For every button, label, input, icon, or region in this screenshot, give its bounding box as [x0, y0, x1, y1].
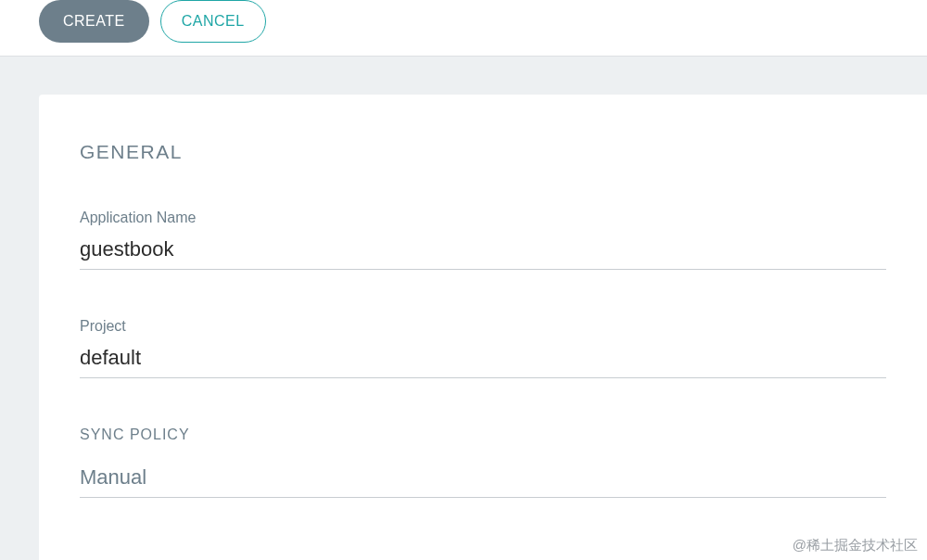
watermark-text: @稀土掘金技术社区	[793, 537, 918, 554]
header-bar: CREATE CANCEL	[0, 0, 927, 57]
application-name-label: Application Name	[80, 210, 886, 226]
application-name-group: Application Name	[80, 210, 886, 270]
sync-policy-value: Manual	[80, 465, 886, 498]
project-label: Project	[80, 318, 886, 335]
cancel-button[interactable]: CANCEL	[160, 0, 266, 43]
application-name-input[interactable]	[80, 234, 886, 270]
form-panel: GENERAL Application Name Project SYNC PO…	[39, 95, 927, 560]
project-input[interactable]	[80, 342, 886, 378]
header-buttons: CREATE CANCEL	[39, 0, 927, 43]
project-group: Project	[80, 318, 886, 378]
create-button[interactable]: CREATE	[39, 0, 149, 43]
sync-policy-select[interactable]: Manual	[80, 465, 886, 498]
sync-policy-heading: SYNC POLICY	[80, 426, 886, 443]
general-section-heading: GENERAL	[80, 141, 886, 163]
